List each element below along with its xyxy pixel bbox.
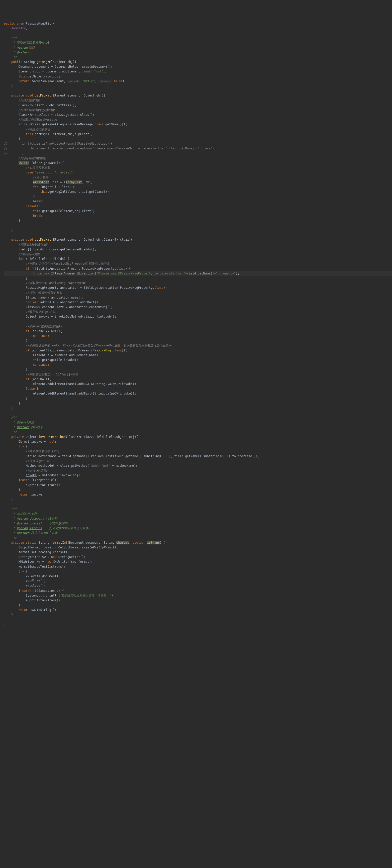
- code-line: Class<?> supClazz = clazz.getSuperclass(…: [4, 113, 392, 117]
- code-line: this.getMsgXml(element,i,i.getClass());: [4, 189, 392, 194]
- code-line: * @param document xml文档: [4, 516, 392, 521]
- code-line: //调用数据的get方法: [4, 310, 392, 314]
- code-line: //将来属性名首字母大写: [4, 449, 392, 454]
- code-line: switch (clazz.getName()){: [4, 161, 392, 165]
- code-line: }: [4, 338, 392, 343]
- code-line: xw.setEscapeText(istrans);: [4, 564, 392, 569]
- code-line: for (Field field : fields) {: [4, 257, 392, 261]
- code-line: xw.write(document);: [4, 574, 392, 579]
- code-line: public String getMsgXml(Object obj){: [4, 60, 392, 64]
- code-line: }: [4, 622, 392, 627]
- code-line-highlighted: throw new IllegalArgumentException("Plea…: [4, 271, 392, 276]
- code-line: }: [4, 396, 392, 401]
- code-line: element.addElement(name).addText(String.…: [4, 391, 392, 396]
- code-line: try {: [4, 569, 392, 574]
- code-line: return invoke;: [4, 492, 392, 497]
- code-line: //判断是否需要加<![CDATA[]]>标签: [4, 372, 392, 377]
- code-line: private static String formatXml(Document…: [4, 540, 392, 545]
- code-line: }else {: [4, 386, 392, 391]
- code-line: //如果父类是BaseMessage: [4, 117, 392, 122]
- code-line: e.printStackTrace();: [4, 598, 392, 603]
- code-line: //如果get空跳过当前循环: [4, 324, 392, 329]
- code-line: }: [4, 401, 392, 406]
- code-line: PassiveMsgProperty annotation = field.ge…: [4, 285, 392, 290]
- code-line: System.out.println("格式化XML文档发生异常，请检查！");: [4, 593, 392, 598]
- code-line: case "java.util.ArrayList":: [4, 170, 392, 175]
- code-line: }: [4, 613, 392, 617]
- code-line: }: [4, 367, 392, 372]
- code-line: //如果随机性中的contentClazz传入的对象包含了PassiveMsg注…: [4, 343, 392, 348]
- code-line: * @return 执行结果: [4, 425, 392, 430]
- code-line: * @param charset 字符串的编码: [4, 521, 392, 526]
- code-line: }: [4, 194, 392, 199]
- code-line: this.getMsgXml(e,invoke);: [4, 358, 392, 363]
- code-line: //判断当前对象类型: [4, 156, 392, 161]
- code-line: }: [4, 84, 392, 89]
- code-line: //拼接成get方法: [4, 459, 392, 463]
- code-line: invoke = methodGet.invoke(obj);: [4, 473, 392, 478]
- code-line: continue;: [4, 363, 392, 367]
- code-line: String name = annotation.name();: [4, 295, 392, 300]
- code-line: //获取当前对象: [4, 98, 392, 103]
- code-line: xw.flush();: [4, 579, 392, 584]
- code-line: e.printStackTrace();: [4, 483, 392, 488]
- code-line: * @return: [4, 50, 392, 55]
- code-line: for (Object i : list) {: [4, 185, 392, 189]
- code-line: // }: [4, 151, 392, 156]
- code-line: format.setEncoding(charset);: [4, 550, 392, 555]
- code-line: StringWriter sw = new StringWriter();: [4, 555, 392, 559]
- code-line: INSTANCE;: [4, 26, 392, 31]
- code-line: private Object invokeGetMethod(Class<?> …: [4, 435, 392, 439]
- code-line: }catch (Exception e){: [4, 478, 392, 483]
- code-line: * @param obj: [4, 45, 392, 50]
- code-line: }: [4, 218, 392, 223]
- code-line: */: [4, 536, 392, 540]
- code-line: try {: [4, 444, 392, 449]
- code-line: // throw new IllegalArgumentException("P…: [4, 146, 392, 151]
- code-line: }: [4, 488, 392, 492]
- code-line: private void getMsgXml(Element element, …: [4, 93, 392, 98]
- code-line: Element root = document.addElement( name…: [4, 69, 392, 74]
- code-line: Object invoke = invokeGetMethod(clazz, f…: [4, 314, 392, 319]
- code-line: /**: [4, 415, 392, 420]
- code-line: if (addCDATA){: [4, 377, 392, 382]
- code-line: xw.close();: [4, 584, 392, 588]
- code-line: element.addElement(name).addCDATA(String…: [4, 382, 392, 386]
- code-line: //获取属性中的PassiveMsgProperty对象: [4, 281, 392, 285]
- code-line: //获取当前对象的父类对象: [4, 108, 392, 113]
- code-line: boolean addCDATA = annotation.addCDATA()…: [4, 300, 392, 305]
- code-line: break;: [4, 214, 392, 218]
- code-line: this.getMsgXml(root,obj);: [4, 74, 392, 79]
- code-line: Method methodGet = clazz.getMethod( name…: [4, 463, 392, 468]
- code-line: //遍历所有属性: [4, 252, 392, 257]
- code-line: //遍历容器: [4, 175, 392, 180]
- code-line: return formatXml(document, charset: "utf…: [4, 79, 392, 84]
- code-line: //得到注解属性设置的参数: [4, 290, 392, 295]
- code-line: }: [4, 603, 392, 608]
- code-line: if (!field.isAnnotationPresent(PassiveMs…: [4, 267, 392, 271]
- code-line: //获取对象中所有属性: [4, 242, 392, 247]
- code-line: }: [4, 406, 392, 410]
- code-line: //如果是容器对象: [4, 165, 392, 170]
- code-line: * @return 格式化后XML字符串: [4, 531, 392, 535]
- code-line: public enum PassiveMsgUtil {: [4, 21, 392, 26]
- code-line: XMLWriter xw = new XMLWriter(sw, format)…: [4, 559, 392, 564]
- code-line: /**: [4, 506, 392, 511]
- code-line: //构建父类的属性: [4, 127, 392, 132]
- code-line: /**: [4, 36, 392, 40]
- code-line: String methodName = field.getName().repl…: [4, 454, 392, 459]
- code-line: }: [4, 136, 392, 142]
- code-line: * @param istrans 是否对属性和元素值进行转移: [4, 526, 392, 531]
- code-line: //执行get方法: [4, 468, 392, 473]
- code-line: if (contentClazz.isAnnotationPresent(Pas…: [4, 348, 392, 353]
- code-editor[interactable]: public enum PassiveMsgUtil { INSTANCE; /…: [4, 21, 392, 627]
- code-line: * 调用get方法: [4, 420, 392, 425]
- code-line: }: [4, 228, 392, 232]
- code-line: Class<?> contentClazz = annotation.conte…: [4, 305, 392, 310]
- code-line: Field[] fields = clazz.getDeclaredFields…: [4, 247, 392, 252]
- code-line: */: [4, 55, 392, 60]
- code-line: Element e = element.addElement(name);: [4, 353, 392, 358]
- code-line: continue;: [4, 334, 392, 338]
- code-line: OutputFormat format = OutputFormat.creat…: [4, 545, 392, 550]
- code-line: this.getMsgXml(element,obj,clazz);: [4, 209, 392, 214]
